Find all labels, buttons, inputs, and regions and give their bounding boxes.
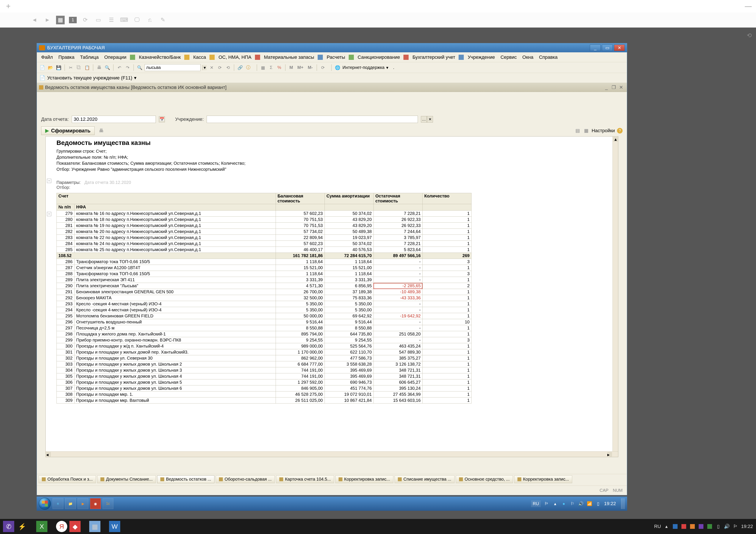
date-picker-button[interactable]: 📅 (159, 116, 165, 122)
search-dropdown-button[interactable]: ▾ (202, 65, 207, 70)
table-row[interactable]: 309 Проезды и площадки мкр. Вахтовый 26 … (57, 397, 472, 403)
search-icon[interactable]: 🔍 (136, 64, 143, 71)
internet-support-link[interactable]: Интернет-поддержка (342, 65, 385, 70)
table-row[interactable]: 301 Проезды и площадки у жилых домой пер… (57, 349, 472, 355)
window-minimize-icon[interactable]: — (745, 2, 752, 10)
table-row[interactable]: 284 комната № 24 по адресу п.Нижнесортым… (57, 241, 472, 247)
tab-search[interactable]: Обработка Поиск и з... (39, 475, 96, 483)
generate-button[interactable]: ▶Сформировать (41, 126, 94, 135)
print-report-icon[interactable]: 🖶 (98, 127, 104, 134)
set-org-dropdown[interactable]: ▾ (134, 75, 136, 81)
tray-volume-icon[interactable]: 🔊 (578, 501, 584, 506)
print-icon[interactable]: 🖶 (96, 64, 102, 71)
browser-tile-icon[interactable]: ▦ (56, 16, 65, 24)
internet-support-dropdown[interactable]: ▾ (386, 65, 388, 70)
copy-link-icon[interactable]: 🔗 (237, 64, 243, 71)
tab-disposal[interactable]: Списание имущества ... (394, 475, 454, 483)
table-row[interactable]: 302 Проезды и площадки ул. Северная 30 8… (57, 355, 472, 361)
table-row[interactable]: 300 Проезды и площадки у ж/д п. Хантыйск… (57, 343, 472, 349)
menu-treasury[interactable]: Казначейство/Банк (137, 54, 183, 61)
outer-tray-icon[interactable] (681, 523, 687, 529)
table-row[interactable]: 282 комната № 20 по адресу п.Нижнесортым… (57, 229, 472, 235)
horizontal-scrollbar[interactable]: ◂ ▸ (46, 451, 618, 457)
table-row[interactable]: 295 Мотопомпа бензиновая GREEN FIELD 50 … (57, 313, 472, 319)
tray-action-icon[interactable]: ⚐ (570, 501, 575, 506)
vertical-scrollbar[interactable]: ▴ (612, 137, 618, 457)
settings-icon[interactable]: ▦ (583, 127, 589, 134)
window-close-button[interactable]: ✕ (614, 44, 625, 51)
menu-operations[interactable]: Операции (102, 54, 129, 61)
outer-tray-icon[interactable] (672, 523, 678, 529)
menu-accounting[interactable]: Бухгалтерский учет (410, 54, 457, 61)
menu-org[interactable]: Учреждение (466, 54, 497, 61)
table-row[interactable]: 304 Проезды и площадки у жилых домов ул.… (57, 367, 472, 373)
collapse-group-2-button[interactable]: − (47, 212, 51, 216)
table-row[interactable]: 285 комната № 25 по адресу п.Нижнесортым… (57, 247, 472, 253)
tab-turnover[interactable]: Оборотно-сальдовая ... (216, 475, 275, 483)
find-prev-icon[interactable]: ⟲ (225, 64, 231, 71)
tab-count-badge[interactable]: 1 (69, 17, 77, 23)
outer-viber-icon[interactable]: ✆ (3, 521, 14, 532)
table-row[interactable]: 303 Проезды и площадки у жилых домов ул.… (57, 361, 472, 367)
org-select-button[interactable]: … (421, 116, 427, 122)
cut-icon[interactable]: ✂ (68, 64, 74, 71)
outer-word-icon[interactable]: W (109, 521, 120, 532)
table-row[interactable]: 297 Песочница д=2,5 м 8 550,88 8 550,88 … (57, 325, 472, 331)
open-icon[interactable]: 📂 (47, 64, 54, 71)
outer-anydesk-icon[interactable]: ◆ (69, 521, 81, 532)
tuning-icon[interactable]: ⎌ (146, 16, 154, 24)
table-row[interactable]: 291 Бензиновая электростанция GENERAL GE… (57, 289, 472, 295)
tab-correction-2[interactable]: Корректировка запис... (514, 475, 572, 483)
taskbar-explorer-icon[interactable]: 📁 (65, 498, 76, 509)
sigma-icon[interactable]: Σ (268, 64, 274, 71)
copy-icon[interactable]: ⿻ (76, 64, 82, 71)
set-current-org-button[interactable]: Установить текущее учреждение (F11) (47, 75, 132, 81)
table-row[interactable]: 292 Бензорез МАКIТА 32 500,00 75 833,36 … (57, 295, 472, 301)
taskbar-1c-icon[interactable]: 1c (103, 498, 113, 509)
outer-tray-icon[interactable] (707, 523, 713, 529)
table-row[interactable]: 286 Трансформатор тока ТОП-0,66 150/5 1 … (57, 259, 472, 265)
window-maximize-button[interactable]: ▭ (602, 44, 613, 51)
new-doc-icon[interactable]: 📄 (39, 64, 45, 71)
clear-search-icon[interactable]: ✕ (208, 64, 215, 71)
tab-correction-1[interactable]: Корректировка запис... (335, 475, 393, 483)
find-next-icon[interactable]: ⟳ (217, 64, 223, 71)
outer-volume-icon[interactable]: 🔊 (724, 523, 730, 529)
outer-lang[interactable]: RU (654, 524, 661, 529)
menu-materials[interactable]: Материальные запасы (262, 54, 316, 61)
tab-balances[interactable]: Ведомость остатков ... (157, 475, 214, 483)
outer-tray-icon[interactable] (689, 523, 695, 529)
bookmarks-icon[interactable]: ☰ (107, 16, 116, 24)
reload-icon[interactable]: ⟳ (81, 16, 90, 24)
nav-back-icon[interactable]: ◄ (30, 16, 39, 24)
tab-account-card[interactable]: Карточка счета 104.5... (276, 475, 334, 483)
table-row[interactable]: 298 Площадка у жилого дома пер. Хантыйск… (57, 331, 472, 337)
menu-sanction[interactable]: Санкционирование (356, 54, 402, 61)
search-input[interactable] (146, 65, 199, 70)
table-row[interactable]: 293 Кресло -секция 4-местная (черный) ИЗ… (57, 301, 472, 307)
settings-link[interactable]: Настройки (592, 128, 615, 134)
panel-icon[interactable]: ▤ (574, 127, 581, 134)
keyboard-icon[interactable]: ⌨ (120, 16, 128, 24)
outer-tray-chevron-icon[interactable]: ▴ (663, 523, 670, 529)
table-row[interactable]: 280 комната № 18 по адресу п.Нижнесортым… (57, 216, 472, 223)
table-row[interactable]: 299 Прибор приемно-контр. охранно-пожарн… (57, 337, 472, 343)
menu-file[interactable]: Файл (39, 54, 55, 61)
org-input[interactable] (209, 116, 416, 122)
tray-sync-icon[interactable]: ● (561, 501, 567, 506)
menu-help[interactable]: Справка (537, 54, 560, 61)
table-row[interactable]: 288 Трансформатор тока ТОП-0,66 150/5 1 … (57, 271, 472, 277)
redo-icon[interactable]: ↷ (124, 64, 131, 71)
menu-edit[interactable]: Правка (56, 54, 76, 61)
table-row[interactable]: 296 Огнетушитель воздушно-пенный 9 516,4… (57, 319, 472, 325)
subwindow-minimize-button[interactable]: _ (603, 85, 610, 90)
outer-excel-icon[interactable]: X (36, 521, 47, 532)
table-row[interactable]: 307 Проезды и площадки у жилых домов ул.… (57, 385, 472, 392)
outer-yandex-icon[interactable]: Я (56, 521, 67, 532)
taskbar-media-icon[interactable]: ▶ (78, 498, 88, 509)
scroll-right-button[interactable]: ▸ (607, 452, 612, 457)
taskbar-app-icon[interactable]: ◉ (90, 498, 101, 509)
tray-chevron-icon[interactable]: ▴ (552, 501, 558, 506)
table-row[interactable]: 289 Плита электрическая ЭП 411 3 331,39 … (57, 277, 472, 283)
help-icon[interactable]: ? (617, 128, 623, 134)
